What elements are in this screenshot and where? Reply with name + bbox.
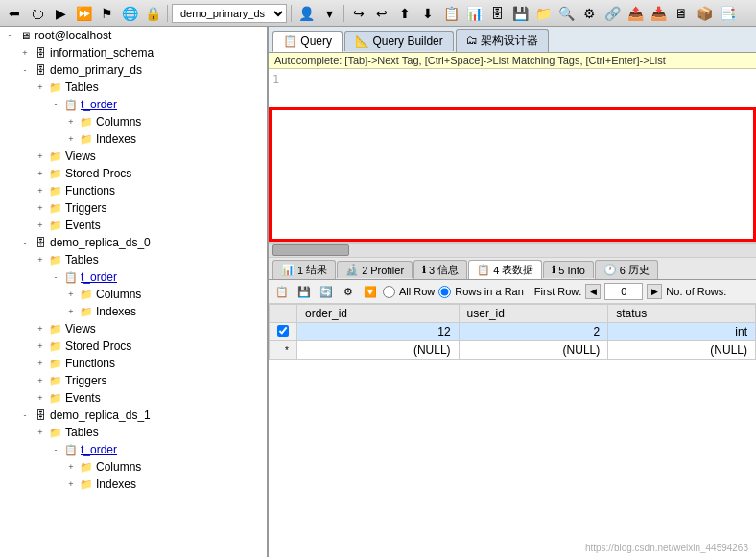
result-tab-info[interactable]: ℹ 3 信息 — [413, 260, 467, 279]
all-rows-radio[interactable] — [383, 286, 395, 298]
tree-t-order-replica1[interactable]: - 📋 t_order — [0, 441, 267, 458]
tree-indexes-primary[interactable]: + 📁 Indexes — [0, 130, 267, 148]
result-tab-info2[interactable]: ℹ 5 Info — [543, 261, 593, 278]
tree-tables-replica0-label: Tables — [63, 253, 99, 267]
tree-triggers-primary[interactable]: + 📁 Triggers — [0, 199, 267, 217]
row-1-checkbox[interactable] — [277, 325, 289, 337]
tree-functions-primary[interactable]: + 📁 Functions — [0, 182, 267, 199]
result-btn-3[interactable]: 🔄 — [317, 282, 336, 301]
result-tab-history[interactable]: 🕐 6 历史 — [595, 260, 658, 279]
tree-columns-replica0[interactable]: + 📁 Columns — [0, 286, 267, 303]
tree-t-order-replica0[interactable]: - 📋 t_order — [0, 268, 267, 286]
toolbar-btn-2[interactable]: ⭮ — [27, 3, 48, 24]
tree-triggers-replica0[interactable]: + 📁 Triggers — [0, 372, 267, 389]
toolbar-btn-22[interactable]: 🖥 — [671, 3, 692, 24]
toolbar-btn-23[interactable]: 📦 — [694, 3, 715, 24]
toolbar-btn-20[interactable]: 📤 — [625, 3, 646, 24]
tree-tables-replica0[interactable]: + 📁 Tables — [0, 251, 267, 268]
tab-query-builder[interactable]: 📐 Query Builder — [344, 31, 454, 51]
table-row[interactable]: 12 2 int — [270, 323, 756, 341]
toolbar-btn-1[interactable]: ⬅ — [4, 3, 25, 24]
toolbar-btn-13[interactable]: 📊 — [463, 3, 484, 24]
result-tab-results-label: 结果 — [306, 263, 327, 277]
h-scrollbar[interactable] — [269, 243, 756, 258]
result-btn-1[interactable]: 📋 — [272, 282, 292, 301]
result-tab-profiler[interactable]: 🔬 2 Profiler — [337, 261, 413, 278]
toolbar-btn-10[interactable]: ⬆ — [394, 3, 415, 24]
tree-columns-primary[interactable]: + 📁 Columns — [0, 113, 267, 130]
tree-demo-replica-1[interactable]: - 🗄 demo_replica_ds_1 — [0, 406, 267, 424]
rows-range-radio[interactable] — [438, 286, 451, 298]
toolbar-btn-24[interactable]: 📑 — [717, 3, 738, 24]
tree-columns-replica1[interactable]: + 📁 Columns — [0, 458, 267, 476]
tree-stored-procs-replica0[interactable]: + 📁 Stored Procs — [0, 337, 267, 355]
tree-indexes-replica0[interactable]: + 📁 Indexes — [0, 303, 267, 320]
tree-views-primary-label: Views — [63, 150, 96, 163]
folder-icon-tables-primary: 📁 — [48, 80, 63, 95]
toolbar-btn-5[interactable]: ⚑ — [96, 3, 117, 24]
toolbar-btn-21[interactable]: 📥 — [648, 3, 669, 24]
toolbar-sep-1 — [167, 5, 168, 22]
tab-query-label: Query — [300, 35, 332, 48]
toolbar-btn-17[interactable]: 🔍 — [555, 3, 577, 24]
toolbar-btn-18[interactable]: ⚙ — [579, 3, 600, 24]
result-btn-4[interactable]: ⚙ — [339, 282, 358, 301]
tree-functions-replica0-label: Functions — [63, 357, 115, 370]
first-row-prev[interactable]: ◀ — [585, 284, 601, 299]
tree-events-replica0[interactable]: + 📁 Events — [0, 389, 267, 406]
tab-schema-designer[interactable]: 🗂 架构设计器 — [456, 29, 549, 52]
toolbar-btn-19[interactable]: 🔗 — [602, 3, 623, 24]
result-tab-results-icon: 📊 — [281, 264, 295, 276]
tree-events-replica0-label: Events — [63, 391, 101, 405]
tree-tables-replica1[interactable]: + 📁 Tables — [0, 424, 267, 441]
tab-query[interactable]: 📋 Query — [272, 31, 343, 52]
result-tab-tabledata[interactable]: 📋 4 表数据 — [468, 260, 542, 279]
result-tab-results[interactable]: 📊 1 结果 — [272, 260, 336, 279]
tree-t-order-primary[interactable]: - 📋 t_order — [0, 96, 267, 113]
first-row-input[interactable] — [604, 283, 643, 300]
tree-functions-replica0[interactable]: + 📁 Functions — [0, 355, 267, 372]
result-btn-filter[interactable]: 🔽 — [361, 282, 380, 301]
query-editor[interactable]: 1 — [269, 69, 756, 242]
h-scrollbar-thumb[interactable] — [272, 244, 349, 256]
toolbar-btn-3[interactable]: ▶ — [50, 3, 71, 24]
toolbar-btn-9[interactable]: ↩ — [371, 3, 392, 24]
expand-functions-primary: + — [33, 183, 48, 198]
folder-icon-indexes-replica1: 📁 — [79, 476, 94, 492]
tree-demo-replica-0[interactable]: - 🗄 demo_replica_ds_0 — [0, 234, 267, 251]
col-status: status — [608, 305, 756, 323]
tree-root[interactable]: - 🖥 root@localhost — [0, 27, 267, 44]
result-tab-tabledata-num: 4 — [493, 265, 499, 276]
row-navigation: First Row: ◀ ▶ No. of Rows: — [534, 283, 726, 300]
toolbar-btn-user[interactable]: 👤 — [295, 3, 317, 24]
tree-demo-primary[interactable]: - 🗄 demo_primary_ds — [0, 61, 267, 79]
tab-schema-icon: 🗂 — [466, 34, 478, 47]
toolbar-btn-4[interactable]: ⏩ — [73, 3, 94, 24]
tree-events-primary[interactable]: + 📁 Events — [0, 217, 267, 234]
tree-views-primary[interactable]: + 📁 Views — [0, 148, 267, 165]
table-row[interactable]: * (NULL) (NULL) (NULL) — [270, 341, 756, 360]
tree-views-replica0[interactable]: + 📁 Views — [0, 320, 267, 337]
toolbar-btn-15[interactable]: 💾 — [509, 3, 531, 24]
expand-root: - — [2, 28, 17, 43]
toolbar-btn-11[interactable]: ⬇ — [417, 3, 438, 24]
result-btn-2[interactable]: 💾 — [295, 282, 314, 301]
expand-functions-replica0: + — [33, 356, 48, 371]
toolbar-btn-8[interactable]: ↪ — [348, 3, 369, 24]
toolbar-btn-arrow[interactable]: ▾ — [319, 3, 340, 24]
tree-indexes-replica1[interactable]: + 📁 Indexes — [0, 476, 267, 493]
toolbar-btn-14[interactable]: 🗄 — [486, 3, 508, 24]
expand-indexes-replica0: + — [63, 304, 79, 319]
database-dropdown[interactable]: demo_primary_ds — [172, 4, 287, 23]
tree-information-schema[interactable]: + 🗄 information_schema — [0, 44, 267, 61]
toolbar-btn-6[interactable]: 🌐 — [119, 3, 140, 24]
tree-stored-procs-primary[interactable]: + 📁 Stored Procs — [0, 165, 267, 182]
toolbar-btn-16[interactable]: 📁 — [532, 3, 554, 24]
toolbar-btn-12[interactable]: 📋 — [440, 3, 461, 24]
toolbar-btn-7[interactable]: 🔒 — [142, 3, 163, 24]
editor-area: 1 — [269, 69, 756, 243]
expand-t-order-replica1: - — [48, 442, 63, 457]
first-row-next[interactable]: ▶ — [647, 284, 662, 299]
tree-tables-primary[interactable]: + 📁 Tables — [0, 79, 267, 96]
main-toolbar: ⬅ ⭮ ▶ ⏩ ⚑ 🌐 🔒 demo_primary_ds 👤 ▾ ↪ ↩ ⬆ … — [0, 0, 756, 27]
